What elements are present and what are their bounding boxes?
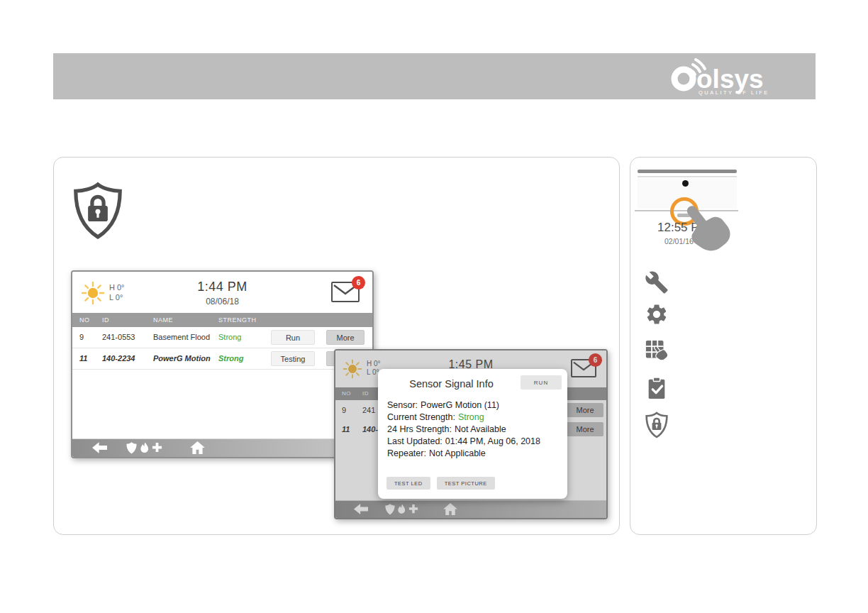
panel1-date: 08/06/18	[72, 297, 372, 306]
testing-button[interactable]: Testing	[271, 351, 315, 366]
dialog-buttons: TEST LED TEST PICTURE	[386, 477, 495, 490]
col-header-no: NO	[79, 313, 90, 327]
panel-screenshot-sensor-test: H 0° L 0° 1:44 PM 08/06/18 6 NO ID NAME	[71, 270, 374, 458]
device-top-bezel	[638, 170, 737, 173]
panel-screenshot-signal-info: H 0° L 0° 1:45 PM 6 NO ID	[334, 349, 608, 519]
col-header-id: ID	[102, 313, 109, 327]
more-button[interactable]: More	[326, 330, 365, 345]
header-bar: olsys QUALITY OF LIFE	[53, 53, 816, 99]
wrench-icon[interactable]	[645, 270, 669, 294]
run-button[interactable]: Run	[271, 330, 315, 345]
device-camera-dot	[682, 180, 689, 187]
cell-no: 11	[79, 348, 87, 369]
emergency-plus-icon[interactable]	[152, 442, 162, 453]
col-header-strength: STRENGTH	[218, 313, 257, 327]
gear-icon[interactable]	[645, 302, 669, 326]
shield-lock-icon[interactable]	[645, 410, 669, 440]
security-shield-lock-icon	[72, 180, 124, 242]
repeater-field: Repeater:Not Applicable	[387, 448, 562, 460]
test-led-button[interactable]: TEST LED	[386, 477, 430, 490]
clipboard-check-icon[interactable]	[645, 376, 669, 400]
sensor-field: Sensor:PowerG Motion (11)	[387, 399, 562, 412]
pointing-hand-icon	[677, 199, 735, 260]
panel1-nav-bar	[72, 438, 372, 457]
message-count-badge: 6	[352, 276, 365, 289]
table-row: 11 140-2234 PowerG Motion Strong Testing…	[72, 348, 372, 370]
run-button[interactable]: RUN	[521, 375, 562, 390]
dialog-title: Sensor Signal Info	[378, 378, 525, 390]
panel1-status-bar: H 0° L 0° 1:44 PM 08/06/18 6	[72, 272, 372, 313]
messages-icon[interactable]: 6	[331, 282, 360, 302]
sensor-signal-info-dialog: Sensor Signal Info RUN Sensor:PowerG Mot…	[378, 369, 567, 499]
col-header-name: NAME	[153, 313, 173, 327]
security-shield-icon[interactable]	[126, 442, 137, 454]
home-icon[interactable]	[190, 441, 205, 454]
table-header-row: NO ID NAME STRENGTH	[72, 313, 372, 327]
panel1-clock: 1:44 PM 08/06/18	[72, 280, 372, 306]
cell-name: PowerG Motion	[153, 348, 211, 369]
cell-no: 9	[79, 327, 84, 348]
current-strength-field: Current Strength:Strong	[387, 412, 562, 424]
cell-strength: Strong	[218, 348, 243, 369]
logo-tagline: QUALITY OF LIFE	[699, 89, 769, 96]
fire-icon[interactable]	[140, 442, 149, 453]
last-updated-field: Last Updated:01:44 PM, Aug 06, 2018	[387, 436, 562, 448]
cell-strength: Strong	[218, 327, 241, 348]
device-bezel-line	[638, 176, 737, 177]
back-arrow-icon[interactable]	[92, 442, 107, 453]
cell-id: 140-2234	[102, 348, 135, 369]
test-picture-button[interactable]: TEST PICTURE	[437, 477, 495, 490]
dialog-body: Sensor:PowerG Motion (11) Current Streng…	[387, 399, 562, 460]
keypad-touch-icon[interactable]	[645, 339, 669, 363]
main-panel-card: H 0° L 0° 1:44 PM 08/06/18 6 NO ID NAME	[53, 157, 620, 535]
sensor-table: 9 241-0553 Basement Flood Strong Run Mor…	[72, 327, 372, 370]
cell-name: Basement Flood	[153, 327, 210, 348]
page: olsys QUALITY OF LIFE H	[0, 0, 868, 613]
24hrs-strength-field: 24 Hrs Strength:Not Available	[387, 424, 562, 436]
panel-guide-card: 12:55 PM 02/01/16	[630, 157, 817, 535]
table-row: 9 241-0553 Basement Flood Strong Run Mor…	[72, 327, 372, 348]
qolsys-logo: olsys QUALITY OF LIFE	[667, 57, 806, 96]
panel1-time: 1:44 PM	[72, 280, 372, 294]
cell-id: 241-0553	[102, 327, 135, 348]
